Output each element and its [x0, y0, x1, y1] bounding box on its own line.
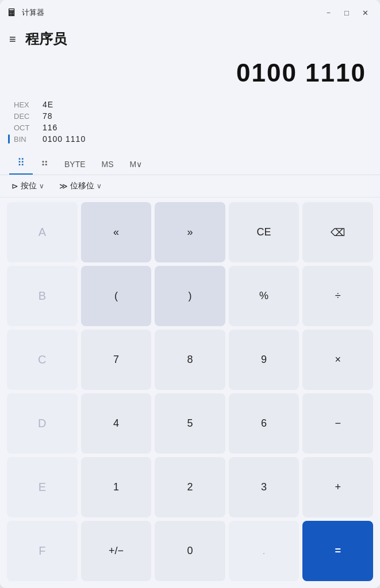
app-header: ≡ 程序员 — [0, 23, 380, 53]
key-CE[interactable]: CE — [229, 202, 300, 262]
key-3[interactable]: 3 — [229, 457, 300, 517]
key-decimal[interactable]: . — [229, 521, 300, 581]
key-negate[interactable]: +/− — [81, 521, 152, 581]
key-equals[interactable]: = — [302, 521, 373, 581]
key-6[interactable]: 6 — [229, 393, 300, 454]
key-row-3: D 4 5 6 − — [7, 393, 373, 454]
dec-value: 78 — [43, 111, 53, 121]
key-shift-left[interactable]: « — [81, 202, 152, 262]
key-divide[interactable]: ÷ — [302, 266, 373, 326]
key-F[interactable]: F — [7, 521, 78, 581]
title-bar-title: 计算器 — [22, 7, 44, 18]
app-title: 程序员 — [25, 30, 67, 48]
base-display: HEX 4E DEC 78 OCT 116 BIN 0100 1110 — [14, 100, 366, 144]
key-4[interactable]: 4 — [81, 393, 152, 454]
title-bar-controls: － □ ✕ — [320, 6, 373, 19]
mode-bar: ⠿ ⠶ BYTE MS M∨ — [0, 148, 380, 175]
byte-tab-label: BYTE — [64, 160, 86, 169]
bin-indicator — [8, 134, 10, 144]
title-bar-left: 🖩 计算器 — [7, 7, 44, 19]
hamburger-icon[interactable]: ≡ — [9, 33, 16, 46]
oct-label: OCT — [14, 123, 43, 132]
bitwise-icon: ⊳ — [11, 181, 18, 191]
hex-value: 4E — [43, 100, 53, 109]
key-backspace[interactable]: ⌫ — [302, 202, 373, 262]
key-shift-right[interactable]: » — [155, 202, 225, 262]
key-C[interactable]: C — [7, 330, 78, 390]
key-row-4: E 1 2 3 + — [7, 457, 373, 517]
key-row-5: F +/− 0 . = — [7, 521, 373, 581]
bin-label: BIN — [14, 135, 43, 144]
tab-mv[interactable]: M∨ — [122, 155, 151, 175]
bitshift-button[interactable]: ≫ 位移位 ∨ — [57, 180, 104, 192]
tab-byte[interactable]: BYTE — [56, 155, 94, 175]
key-E[interactable]: E — [7, 457, 78, 517]
hex-row: HEX 4E — [14, 100, 366, 109]
calculator-window: 🖩 计算器 － □ ✕ ≡ 程序员 0100 1110 HEX 4E DEC 7… — [0, 0, 380, 588]
hex-label: HEX — [14, 100, 43, 109]
mv-tab-label: M∨ — [130, 160, 143, 169]
key-2[interactable]: 2 — [155, 457, 225, 517]
app-icon: 🖩 — [7, 7, 17, 19]
ms-tab-label: MS — [102, 160, 114, 169]
bitshift-icon: ≫ — [59, 181, 68, 191]
bitshift-chevron-icon: ∨ — [97, 182, 102, 190]
tab-bitgrid[interactable]: ⠶ — [33, 152, 56, 175]
tab-ms[interactable]: MS — [94, 155, 122, 175]
bitgrid-tab-icon: ⠶ — [41, 156, 48, 169]
toolbar: ⊳ 按位 ∨ ≫ 位移位 ∨ — [0, 175, 380, 198]
key-close-paren[interactable]: ) — [155, 266, 225, 326]
key-multiply[interactable]: × — [302, 330, 373, 390]
dec-label: DEC — [14, 112, 43, 121]
maximize-button[interactable]: □ — [339, 6, 355, 19]
key-add[interactable]: + — [302, 457, 373, 517]
keypad: A « » CE ⌫ B ( ) % ÷ C 7 8 9 × D 4 5 6 − — [0, 198, 380, 588]
key-1[interactable]: 1 — [81, 457, 152, 517]
key-A[interactable]: A — [7, 202, 78, 262]
key-5[interactable]: 5 — [155, 393, 225, 454]
minimize-button[interactable]: － — [320, 6, 336, 19]
close-button[interactable]: ✕ — [357, 6, 373, 19]
key-row-2: C 7 8 9 × — [7, 330, 373, 390]
title-bar: 🖩 计算器 － □ ✕ — [0, 0, 380, 23]
oct-value: 116 — [43, 123, 57, 132]
bitshift-label: 位移位 — [70, 181, 94, 191]
bin-row: BIN 0100 1110 — [14, 134, 366, 144]
key-8[interactable]: 8 — [155, 330, 225, 390]
key-7[interactable]: 7 — [81, 330, 152, 390]
main-display: 0100 1110 — [14, 59, 366, 93]
key-D[interactable]: D — [7, 393, 78, 454]
key-9[interactable]: 9 — [229, 330, 300, 390]
key-B[interactable]: B — [7, 266, 78, 326]
key-subtract[interactable]: − — [302, 393, 373, 454]
key-row-0: A « » CE ⌫ — [7, 202, 373, 262]
display-area: 0100 1110 HEX 4E DEC 78 OCT 116 BIN 0100… — [0, 53, 380, 148]
dec-row: DEC 78 — [14, 111, 366, 121]
bitwise-label: 按位 — [21, 181, 37, 191]
keypad-tab-icon: ⠿ — [17, 156, 25, 169]
bitwise-button[interactable]: ⊳ 按位 ∨ — [9, 180, 47, 192]
key-row-1: B ( ) % ÷ — [7, 266, 373, 326]
tab-keypad[interactable]: ⠿ — [9, 152, 33, 175]
key-open-paren[interactable]: ( — [81, 266, 152, 326]
bin-value: 0100 1110 — [43, 134, 86, 144]
key-percent[interactable]: % — [229, 266, 300, 326]
key-0[interactable]: 0 — [155, 521, 225, 581]
oct-row: OCT 116 — [14, 123, 366, 132]
bitwise-chevron-icon: ∨ — [39, 182, 44, 190]
